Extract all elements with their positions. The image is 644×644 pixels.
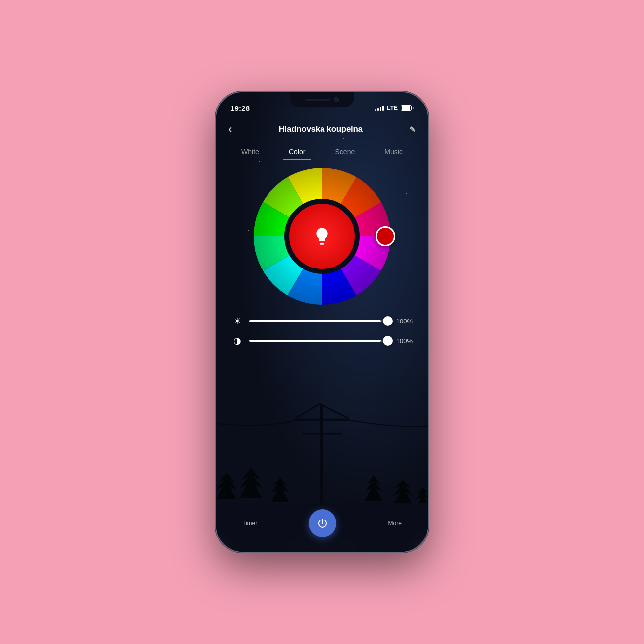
battery-icon bbox=[401, 105, 414, 111]
notch bbox=[290, 92, 354, 107]
content-layer: 19:28 LTE bbox=[216, 92, 428, 552]
edit-button[interactable]: ✎ bbox=[407, 123, 418, 136]
color-wheel-center[interactable] bbox=[287, 202, 357, 271]
color-selector-dot[interactable] bbox=[376, 226, 395, 246]
tab-music[interactable]: Music bbox=[378, 144, 409, 160]
bottom-bar: Timer More bbox=[216, 503, 428, 552]
battery-fill bbox=[402, 106, 410, 110]
camera-dot bbox=[334, 97, 339, 102]
status-icons: LTE bbox=[375, 105, 414, 111]
signal-bar-2 bbox=[377, 108, 379, 111]
saturation-thumb[interactable] bbox=[383, 336, 393, 346]
saturation-value: 100% bbox=[394, 337, 413, 345]
brightness-icon: ☀ bbox=[231, 316, 243, 326]
saturation-slider-row: ◑ 100% bbox=[231, 335, 413, 346]
sliders-section: ☀ 100% ◑ 100% bbox=[216, 311, 428, 365]
tab-white[interactable]: White bbox=[235, 144, 265, 160]
color-wheel-wrapper[interactable] bbox=[253, 167, 391, 306]
tabs-container: White Color Scene Music bbox=[216, 144, 428, 160]
timer-label[interactable]: Timer bbox=[242, 520, 257, 527]
lte-indicator: LTE bbox=[387, 105, 398, 111]
more-label[interactable]: More bbox=[388, 520, 402, 527]
signal-bar-3 bbox=[380, 107, 381, 111]
back-button[interactable]: ‹ bbox=[226, 121, 234, 138]
saturation-fill bbox=[249, 340, 381, 342]
status-time: 19:28 bbox=[230, 104, 250, 112]
brightness-thumb[interactable] bbox=[383, 316, 393, 326]
page-title: Hladnovska koupelna bbox=[279, 124, 363, 134]
brightness-value: 100% bbox=[394, 318, 413, 325]
signal-bar-4 bbox=[382, 106, 384, 111]
brightness-fill bbox=[249, 320, 381, 322]
bulb-icon bbox=[312, 226, 332, 246]
battery-tip bbox=[413, 107, 414, 109]
saturation-icon: ◑ bbox=[231, 335, 243, 346]
screen: 19:28 LTE bbox=[216, 92, 428, 552]
power-button[interactable] bbox=[309, 509, 336, 537]
spacer bbox=[216, 365, 428, 503]
brightness-slider-row: ☀ 100% bbox=[231, 316, 413, 326]
more-action[interactable]: More bbox=[388, 520, 402, 527]
timer-action[interactable]: Timer bbox=[242, 520, 257, 527]
tab-color[interactable]: Color bbox=[283, 144, 311, 160]
speaker-pill bbox=[305, 99, 330, 101]
battery-body bbox=[401, 105, 412, 111]
color-wheel-container[interactable] bbox=[216, 162, 428, 311]
signal-bar-1 bbox=[375, 109, 376, 111]
phone-frame: 19:28 LTE bbox=[215, 91, 429, 553]
tab-scene[interactable]: Scene bbox=[329, 144, 361, 160]
power-icon bbox=[317, 517, 328, 529]
saturation-track[interactable] bbox=[249, 340, 388, 342]
brightness-track[interactable] bbox=[249, 320, 388, 322]
nav-header: ‹ Hladnovska koupelna ✎ bbox=[216, 117, 428, 144]
signal-bars-icon bbox=[375, 105, 384, 111]
